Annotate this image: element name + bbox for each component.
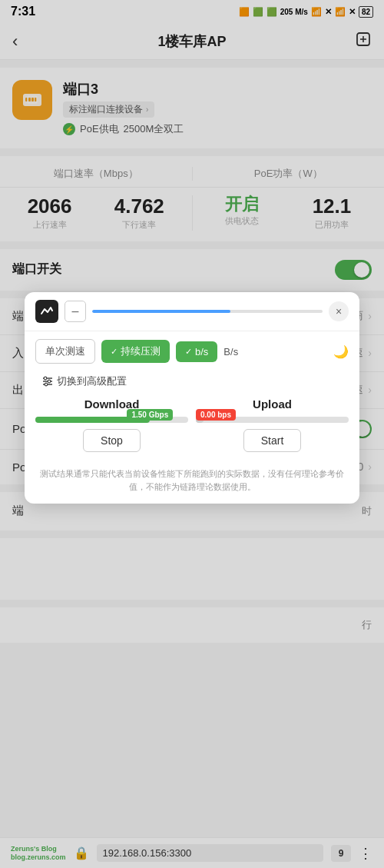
advanced-config-button[interactable]: 切换到高级配置 <box>35 371 349 391</box>
modal-close-button[interactable]: × <box>329 301 349 321</box>
modal-modes: 单次测速 ✓ 持续压测 ✓ b/s B/s 🌙 <box>25 331 359 371</box>
svg-point-14 <box>45 383 48 386</box>
upload-bar-wrap: 0.00 bps <box>196 417 349 423</box>
modal-topbar: – × <box>25 292 359 331</box>
unit-Bps-label: B/s <box>223 346 238 358</box>
upload-action: Start <box>196 429 349 452</box>
download-action: Stop <box>35 429 188 452</box>
svg-point-13 <box>48 380 51 383</box>
close-icon: × <box>336 305 342 318</box>
single-test-button[interactable]: 单次测速 <box>35 339 95 364</box>
modal-progress-bar <box>92 310 230 313</box>
speedtest-notice: 测试结果通常只能代表当前设备性能下所能跑到的实际数据，没有任何理论参考价值，不能… <box>35 463 349 493</box>
start-button[interactable]: Start <box>243 429 302 452</box>
continuous-test-button[interactable]: ✓ 持续压测 <box>101 340 170 363</box>
unit-bps-label: b/s <box>195 346 208 358</box>
modal-progress-wrap <box>92 310 323 313</box>
upload-speed-badge: 0.00 bps <box>196 409 236 421</box>
zigzag-icon <box>40 304 54 318</box>
speedtest-content: Download 1.50 Gbps Stop Upload 0.00 bps … <box>25 397 359 504</box>
stop-button[interactable]: Stop <box>83 429 141 452</box>
advanced-config-label: 切换到高级配置 <box>57 374 127 388</box>
advanced-config-row: 切换到高级配置 <box>25 371 359 397</box>
check-icon: ✓ <box>111 347 118 357</box>
upload-col: Upload 0.00 bps Start <box>196 397 349 452</box>
speed-row: Download 1.50 Gbps Stop Upload 0.00 bps … <box>35 397 349 452</box>
download-speed-badge: 1.50 Gbps <box>127 409 173 421</box>
download-col: Download 1.50 Gbps Stop <box>35 397 188 452</box>
check-icon-2: ✓ <box>185 347 192 357</box>
speedtest-modal: – × 单次测速 ✓ 持续压测 ✓ b/s B/s 🌙 <box>25 292 359 504</box>
svg-point-12 <box>44 377 47 380</box>
minus-icon: – <box>72 304 79 318</box>
minimize-button[interactable]: – <box>65 301 86 322</box>
download-bar-wrap: 1.50 Gbps <box>35 417 188 423</box>
speedtest-app-icon <box>35 300 58 323</box>
unit-bps-button[interactable]: ✓ b/s <box>176 341 217 362</box>
moon-icon: 🌙 <box>333 344 349 359</box>
sliders-icon <box>41 375 54 387</box>
continuous-label: 持续压测 <box>121 344 161 358</box>
